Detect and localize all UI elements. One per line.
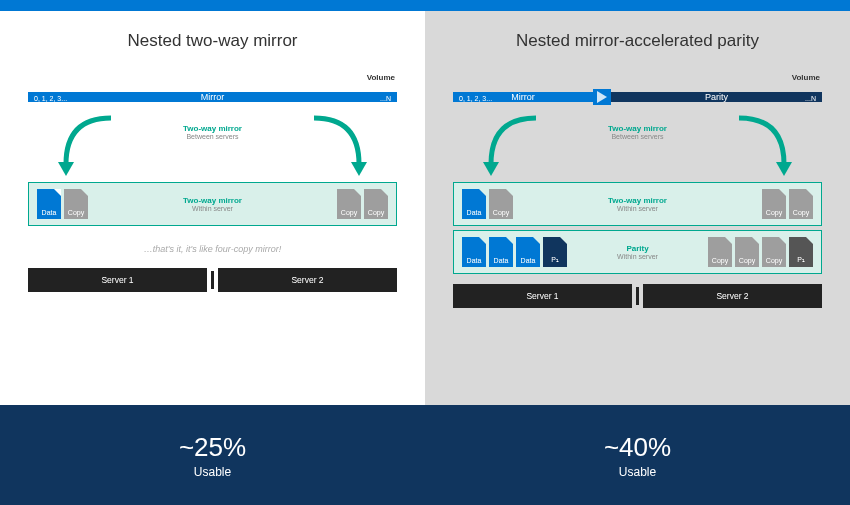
panel-title: Nested two-way mirror (28, 31, 397, 51)
block-data: Data (489, 237, 513, 267)
server-1: Server 1 (28, 268, 207, 292)
volume-label: Volume (28, 73, 397, 82)
arrow-title: Two-way mirror (608, 124, 667, 133)
svg-marker-0 (58, 162, 74, 176)
blocks-left: Data Copy (37, 189, 88, 219)
panel-two-way-mirror: Nested two-way mirror Volume 0, 1, 2, 3.… (0, 11, 425, 405)
block-copy: Copy (762, 189, 786, 219)
volume-index-end: ...N (380, 95, 391, 102)
block-data: Data (462, 189, 486, 219)
strip-label: Two-way mirror Within server (88, 196, 337, 212)
panel-mirror-accelerated-parity: Nested mirror-accelerated parity Volume … (425, 11, 850, 405)
block-copy: Copy (708, 237, 732, 267)
volume-bar: 0, 1, 2, 3... Mirror Parity ...N (453, 84, 822, 110)
top-accent-bar (0, 0, 850, 11)
panel-title: Nested mirror-accelerated parity (453, 31, 822, 51)
strip-title: Two-way mirror (513, 196, 762, 205)
arrow-subtitle: Between servers (183, 133, 242, 140)
svg-marker-4 (776, 162, 792, 176)
svg-marker-2 (597, 91, 607, 103)
server-separator (211, 271, 214, 289)
caption-text: …that's it, it's like four-copy mirror! (28, 244, 397, 254)
footer-cell-right: ~40% Usable (425, 405, 850, 505)
curved-arrow-left-icon (46, 112, 156, 182)
arrows-between-servers: Two-way mirror Between servers (28, 112, 397, 182)
blocks-right: Copy Copy Copy P₁ (708, 237, 813, 267)
panels-row: Nested two-way mirror Volume 0, 1, 2, 3.… (0, 11, 850, 405)
parity-strip: Data Data Data P₁ Parity Within server C… (453, 230, 822, 274)
curved-arrow-right-icon (694, 112, 804, 182)
arrow-subtitle: Between servers (608, 133, 667, 140)
volume-segment-label: Parity (705, 92, 728, 102)
volume-index-end: ...N (805, 95, 816, 102)
server-2: Server 2 (643, 284, 822, 308)
server-separator (636, 287, 639, 305)
mirror-strip: Data Copy Two-way mirror Within server C… (28, 182, 397, 226)
strip-title: Two-way mirror (88, 196, 337, 205)
svg-marker-3 (483, 162, 499, 176)
arrow-label: Two-way mirror Between servers (608, 124, 667, 140)
usable-percentage: ~25% (179, 432, 246, 463)
footer-bar: ~25% Usable ~40% Usable (0, 405, 850, 505)
volume-segment-parity: Parity ...N (611, 92, 822, 102)
strip-subtitle: Within server (513, 205, 762, 212)
blocks-left: Data Data Data P₁ (462, 237, 567, 267)
strip-label: Two-way mirror Within server (513, 196, 762, 212)
block-copy: Copy (735, 237, 759, 267)
block-data: Data (462, 237, 486, 267)
footer-cell-left: ~25% Usable (0, 405, 425, 505)
server-2: Server 2 (218, 268, 397, 292)
servers-row: Server 1 Server 2 (453, 284, 822, 308)
volume-index-start: 0, 1, 2, 3... (459, 95, 492, 102)
blocks-right: Copy Copy (337, 189, 388, 219)
volume-segment-label: Mirror (511, 92, 535, 102)
strip-label: Parity Within server (567, 244, 708, 260)
usable-label: Usable (194, 465, 231, 479)
volume-bar: 0, 1, 2, 3... Mirror ...N (28, 84, 397, 110)
diagram-canvas: Nested two-way mirror Volume 0, 1, 2, 3.… (0, 0, 850, 505)
block-data: Data (37, 189, 61, 219)
volume-segment-mirror: 0, 1, 2, 3... Mirror (453, 92, 593, 102)
volume-label: Volume (453, 73, 822, 82)
block-parity: P₁ (543, 237, 567, 267)
blocks-left: Data Copy (462, 189, 513, 219)
curved-arrow-left-icon (471, 112, 581, 182)
parity-title: Parity (567, 244, 708, 253)
arrows-between-servers: Two-way mirror Between servers (453, 112, 822, 182)
volume-segment-mirror: 0, 1, 2, 3... Mirror ...N (28, 92, 397, 102)
block-parity-copy: P₁ (789, 237, 813, 267)
blocks-right: Copy Copy (762, 189, 813, 219)
curved-arrow-right-icon (269, 112, 379, 182)
parity-subtitle: Within server (567, 253, 708, 260)
strip-subtitle: Within server (88, 205, 337, 212)
chevron-right-icon (593, 89, 611, 105)
block-data: Data (516, 237, 540, 267)
block-copy: Copy (762, 237, 786, 267)
block-copy: Copy (489, 189, 513, 219)
block-copy: Copy (789, 189, 813, 219)
block-copy: Copy (364, 189, 388, 219)
volume-index-start: 0, 1, 2, 3... (34, 95, 67, 102)
block-copy: Copy (64, 189, 88, 219)
svg-marker-1 (351, 162, 367, 176)
arrow-title: Two-way mirror (183, 124, 242, 133)
block-copy: Copy (337, 189, 361, 219)
mirror-strip: Data Copy Two-way mirror Within server C… (453, 182, 822, 226)
volume-segment-label: Mirror (201, 92, 225, 102)
server-1: Server 1 (453, 284, 632, 308)
usable-label: Usable (619, 465, 656, 479)
usable-percentage: ~40% (604, 432, 671, 463)
arrow-label: Two-way mirror Between servers (183, 124, 242, 140)
servers-row: Server 1 Server 2 (28, 268, 397, 292)
